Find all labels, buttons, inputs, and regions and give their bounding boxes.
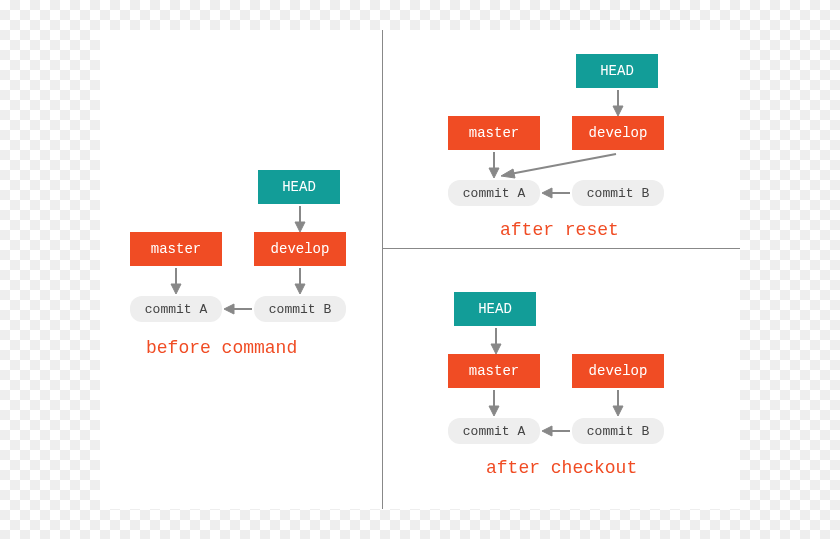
- caption-checkout: after checkout: [486, 458, 637, 478]
- diagram-canvas: HEAD master develop commit A commit B be…: [100, 30, 740, 509]
- master-label: master: [469, 363, 519, 379]
- master-label: master: [151, 241, 201, 257]
- commitB-label: commit B: [587, 424, 649, 439]
- svg-marker-17: [491, 344, 501, 354]
- commitB-box-reset: commit B: [572, 180, 664, 206]
- arrow-master-to-commitA-before: [170, 268, 182, 294]
- svg-marker-3: [171, 284, 181, 294]
- divider-vertical: [382, 30, 383, 509]
- svg-marker-7: [224, 304, 234, 314]
- arrow-commitB-to-commitA-checkout: [542, 425, 570, 437]
- head-box-reset: HEAD: [576, 54, 658, 88]
- arrow-head-to-develop-before: [294, 206, 306, 232]
- develop-box-reset: develop: [572, 116, 664, 150]
- caption-before: before command: [146, 338, 297, 358]
- master-label: master: [469, 125, 519, 141]
- commitB-box-checkout: commit B: [572, 418, 664, 444]
- commitB-box-before: commit B: [254, 296, 346, 322]
- svg-marker-21: [613, 406, 623, 416]
- commitA-label: commit A: [145, 302, 207, 317]
- arrow-commitB-to-commitA-reset: [542, 187, 570, 199]
- svg-marker-19: [489, 406, 499, 416]
- commitA-box-before: commit A: [130, 296, 222, 322]
- commitB-label: commit B: [587, 186, 649, 201]
- divider-horizontal: [382, 248, 740, 249]
- commitB-label: commit B: [269, 302, 331, 317]
- develop-box-checkout: develop: [572, 354, 664, 388]
- head-box-checkout: HEAD: [454, 292, 536, 326]
- develop-label: develop: [271, 241, 330, 257]
- head-label: HEAD: [282, 179, 316, 195]
- svg-line-12: [510, 154, 616, 174]
- head-label: HEAD: [600, 63, 634, 79]
- develop-label: develop: [589, 125, 648, 141]
- arrow-master-to-commitA-checkout: [488, 390, 500, 416]
- arrow-head-to-develop-reset: [612, 90, 624, 116]
- caption-reset: after reset: [500, 220, 619, 240]
- svg-marker-15: [542, 188, 552, 198]
- arrow-head-to-master-checkout: [490, 328, 502, 354]
- head-box-before: HEAD: [258, 170, 340, 204]
- master-box-before: master: [130, 232, 222, 266]
- svg-marker-1: [295, 222, 305, 232]
- commitA-label: commit A: [463, 186, 525, 201]
- arrow-develop-to-commitB-before: [294, 268, 306, 294]
- develop-box-before: develop: [254, 232, 346, 266]
- develop-label: develop: [589, 363, 648, 379]
- svg-marker-9: [613, 106, 623, 116]
- commitA-box-reset: commit A: [448, 180, 540, 206]
- arrow-develop-to-commitA-reset: [498, 152, 618, 180]
- master-box-reset: master: [448, 116, 540, 150]
- svg-marker-5: [295, 284, 305, 294]
- master-box-checkout: master: [448, 354, 540, 388]
- svg-marker-13: [501, 169, 515, 178]
- commitA-label: commit A: [463, 424, 525, 439]
- head-label: HEAD: [478, 301, 512, 317]
- arrow-develop-to-commitB-checkout: [612, 390, 624, 416]
- commitA-box-checkout: commit A: [448, 418, 540, 444]
- svg-marker-23: [542, 426, 552, 436]
- arrow-commitB-to-commitA-before: [224, 303, 252, 315]
